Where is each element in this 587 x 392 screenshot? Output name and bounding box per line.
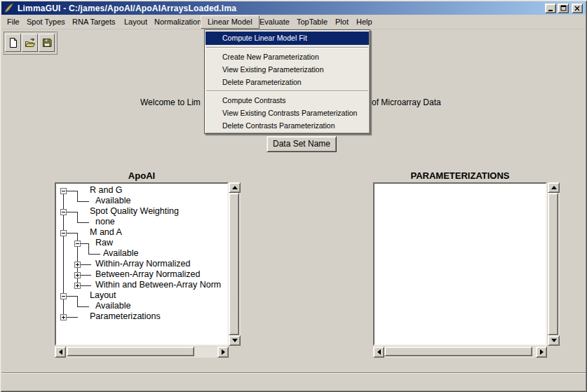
menu-normalization[interactable]: Normalization xyxy=(154,15,201,29)
arrow-right-icon xyxy=(540,349,544,355)
scroll-right-button[interactable] xyxy=(536,346,547,358)
scroll-right-button[interactable] xyxy=(217,346,229,358)
menu-item-view-existing-contrasts-param[interactable]: View Existing Contrasts Parameterization xyxy=(205,107,369,119)
tree-item[interactable]: Parameterizations xyxy=(90,311,161,322)
tree-expander-plus-icon[interactable] xyxy=(74,272,81,278)
maximize-icon xyxy=(560,5,567,11)
tree-expander-plus-icon[interactable] xyxy=(60,314,67,320)
menu-item-create-new-parameterization[interactable]: Create New Parameterization xyxy=(205,50,369,63)
right-horizontal-scrollbar[interactable] xyxy=(373,346,547,358)
window-title: LimmaGUI - C:/james/ApoAI/ApoAIArraysLoa… xyxy=(18,4,236,13)
tree-item[interactable]: Available xyxy=(103,248,139,259)
arrow-up-icon xyxy=(551,186,557,189)
welcome-text-right: of Microarray Data xyxy=(372,97,441,107)
scrollbar-thumb[interactable] xyxy=(548,193,558,335)
linear-model-dropdown: Compute Linear Model Fit Create New Para… xyxy=(204,29,370,134)
arrow-left-icon xyxy=(377,349,381,355)
scrollbar-track[interactable] xyxy=(384,346,536,358)
scroll-up-button[interactable] xyxy=(229,182,241,193)
tree-expander-minus-icon[interactable] xyxy=(74,241,81,247)
left-horizontal-scrollbar[interactable] xyxy=(55,346,229,358)
scrollbar-track[interactable] xyxy=(548,193,560,335)
status-bar xyxy=(1,374,586,391)
tree-connector-line xyxy=(77,201,89,202)
open-folder-icon xyxy=(25,37,36,48)
tree-expander-plus-icon[interactable] xyxy=(74,283,81,289)
menu-item-view-existing-parameterization[interactable]: View Existing Parameterization xyxy=(205,63,369,76)
menu-layout[interactable]: Layout xyxy=(124,15,147,29)
arrow-down-icon xyxy=(232,339,238,342)
menu-toptable[interactable]: TopTable xyxy=(297,15,328,29)
right-panel-title: PARAMETERIZATIONS xyxy=(373,170,547,181)
arrow-right-icon xyxy=(222,349,225,355)
tree-expander-minus-icon[interactable] xyxy=(60,188,67,194)
left-vertical-scrollbar[interactable] xyxy=(229,182,241,346)
welcome-text-left: Welcome to Lim xyxy=(140,97,204,107)
tree-item[interactable]: none xyxy=(95,217,115,227)
tree-item[interactable]: Available xyxy=(95,301,131,311)
dataset-tree-listbox[interactable]: R and GAvailableSpot Quality Weightingno… xyxy=(55,182,229,346)
menu-separator xyxy=(206,90,368,92)
scroll-left-button[interactable] xyxy=(55,346,66,358)
tree-connector-line xyxy=(67,233,78,234)
tree-expander-plus-icon[interactable] xyxy=(74,262,81,268)
tree-connector-line xyxy=(77,191,78,202)
menu-rna-targets[interactable]: RNA Targets xyxy=(72,15,116,29)
limmagui-window: LimmaGUI - C:/james/ApoAI/ApoAIArraysLoa… xyxy=(0,0,587,392)
save-floppy-icon xyxy=(41,37,53,48)
menu-item-delete-contrasts-parameterization[interactable]: Delete Contrasts Parameterization xyxy=(205,119,369,132)
tree-item[interactable]: R and G xyxy=(90,185,123,196)
tree-item[interactable]: Spot Quality Weighting xyxy=(90,206,179,217)
save-file-button[interactable] xyxy=(39,34,55,52)
menu-plot[interactable]: Plot xyxy=(335,15,349,29)
scrollbar-thumb[interactable] xyxy=(384,346,532,356)
tree-item[interactable]: Raw xyxy=(95,238,113,248)
tree-connector-line xyxy=(77,306,89,307)
title-bar[interactable]: LimmaGUI - C:/james/ApoAI/ApoAIArraysLoa… xyxy=(1,1,586,15)
minimize-button[interactable] xyxy=(545,4,556,13)
scroll-down-button[interactable] xyxy=(229,335,241,346)
right-vertical-scrollbar[interactable] xyxy=(548,182,560,346)
scroll-left-button[interactable] xyxy=(373,346,384,358)
tree-connector-line xyxy=(67,191,78,191)
menu-item-delete-parameterization[interactable]: Delete Parameterization xyxy=(205,76,369,88)
tree-item[interactable]: M and A xyxy=(90,227,122,238)
tree-expander-minus-icon[interactable] xyxy=(60,293,67,299)
tree-expander-minus-icon[interactable] xyxy=(60,230,67,236)
close-button[interactable] xyxy=(572,4,583,13)
new-file-button[interactable] xyxy=(5,34,21,52)
scroll-down-button[interactable] xyxy=(548,335,560,346)
tree-connector-line xyxy=(81,285,91,286)
close-icon xyxy=(574,6,580,11)
scrollbar-track[interactable] xyxy=(229,193,241,335)
tree-item[interactable]: Layout xyxy=(90,290,116,301)
menu-separator xyxy=(206,47,368,48)
feather-icon xyxy=(4,3,15,13)
tree-connector-line xyxy=(67,296,78,297)
menu-spot-types[interactable]: Spot Types xyxy=(27,15,65,29)
tree-connector-line xyxy=(77,296,78,307)
menu-help[interactable]: Help xyxy=(356,15,372,29)
menu-file[interactable]: File xyxy=(7,15,20,29)
tree-item[interactable]: Available xyxy=(95,196,131,206)
scroll-up-button[interactable] xyxy=(548,182,560,193)
menu-linear-model[interactable]: Linear Model xyxy=(201,15,259,29)
minimize-icon xyxy=(548,6,553,11)
scrollbar-thumb[interactable] xyxy=(67,346,194,356)
scrollbar-thumb[interactable] xyxy=(229,193,239,335)
tree-item[interactable]: Between-Array Normalized xyxy=(95,269,200,280)
tree-item[interactable]: Within and Between-Array Norm xyxy=(95,280,221,290)
tree-item[interactable]: Within-Array Normalized xyxy=(95,259,190,269)
data-set-name-button[interactable]: Data Set Name xyxy=(266,136,337,152)
parameterizations-listbox[interactable] xyxy=(373,182,547,346)
scrollbar-track[interactable] xyxy=(66,346,217,358)
menu-item-compute-contrasts[interactable]: Compute Contrasts xyxy=(205,94,369,107)
menu-evaluate[interactable]: Evaluate xyxy=(259,15,290,29)
menu-item-compute-linear-model-fit[interactable]: Compute Linear Model Fit xyxy=(205,32,369,45)
maximize-button[interactable] xyxy=(558,4,569,13)
tree-connector-line xyxy=(77,212,78,223)
open-file-button[interactable] xyxy=(22,34,38,52)
tree-expander-minus-icon[interactable] xyxy=(60,209,67,215)
arrow-up-icon xyxy=(232,186,238,189)
tree-connector-line xyxy=(81,264,91,265)
